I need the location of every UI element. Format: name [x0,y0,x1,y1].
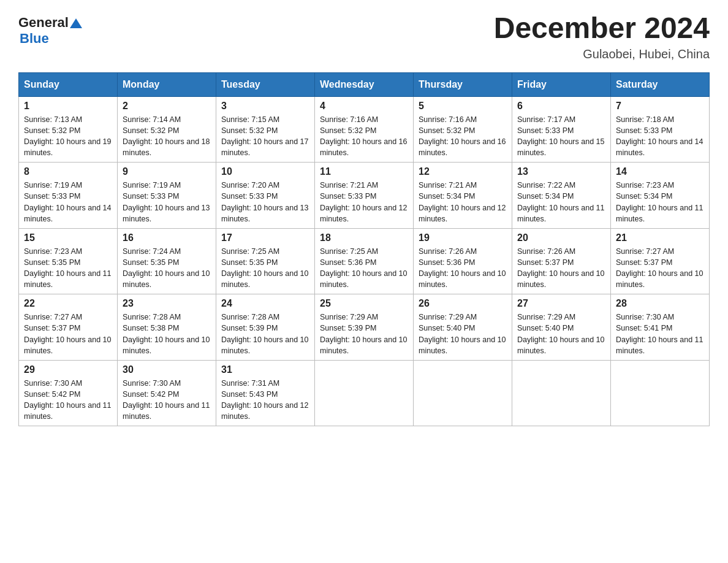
week-row-4: 22Sunrise: 7:27 AMSunset: 5:37 PMDayligh… [19,294,710,361]
day-number: 13 [517,166,605,177]
day-number: 6 [517,101,605,112]
location: Gulaobei, Hubei, China [494,47,710,61]
header-friday: Friday [512,72,611,96]
calendar-cell [512,360,611,426]
day-number: 14 [616,166,704,177]
day-info: Sunrise: 7:27 AMSunset: 5:37 PMDaylight:… [24,312,112,356]
day-number: 27 [517,298,605,309]
logo-blue: Blue [20,31,49,47]
day-info: Sunrise: 7:25 AMSunset: 5:35 PMDaylight:… [221,246,309,291]
day-number: 5 [419,101,507,112]
day-info: Sunrise: 7:28 AMSunset: 5:39 PMDaylight:… [221,312,309,356]
week-row-3: 15Sunrise: 7:23 AMSunset: 5:35 PMDayligh… [19,228,710,294]
day-info: Sunrise: 7:25 AMSunset: 5:36 PMDaylight:… [320,246,408,291]
calendar-cell: 15Sunrise: 7:23 AMSunset: 5:35 PMDayligh… [19,228,118,294]
calendar-cell: 26Sunrise: 7:29 AMSunset: 5:40 PMDayligh… [414,294,512,361]
day-info: Sunrise: 7:21 AMSunset: 5:33 PMDaylight:… [320,180,408,224]
day-info: Sunrise: 7:20 AMSunset: 5:33 PMDaylight:… [221,180,309,224]
day-info: Sunrise: 7:13 AMSunset: 5:32 PMDaylight:… [24,114,112,159]
day-number: 7 [616,101,704,112]
day-number: 8 [24,166,112,177]
month-title: December 2024 [494,12,710,45]
calendar-cell: 17Sunrise: 7:25 AMSunset: 5:35 PMDayligh… [216,228,315,294]
calendar-cell [414,360,512,426]
calendar-cell: 8Sunrise: 7:19 AMSunset: 5:33 PMDaylight… [19,163,118,229]
day-info: Sunrise: 7:27 AMSunset: 5:37 PMDaylight:… [616,246,704,291]
day-number: 12 [419,166,507,177]
day-info: Sunrise: 7:14 AMSunset: 5:32 PMDaylight:… [123,114,211,159]
calendar-cell: 19Sunrise: 7:26 AMSunset: 5:36 PMDayligh… [414,228,512,294]
day-info: Sunrise: 7:31 AMSunset: 5:43 PMDaylight:… [221,378,309,423]
day-number: 28 [616,298,704,309]
calendar-cell: 2Sunrise: 7:14 AMSunset: 5:32 PMDaylight… [118,96,216,163]
calendar-cell: 9Sunrise: 7:19 AMSunset: 5:33 PMDaylight… [118,163,216,229]
calendar-cell: 1Sunrise: 7:13 AMSunset: 5:32 PMDaylight… [19,96,118,163]
header-monday: Monday [118,72,216,96]
day-number: 19 [419,232,507,243]
day-number: 20 [517,232,605,243]
day-info: Sunrise: 7:30 AMSunset: 5:42 PMDaylight:… [123,378,211,423]
title-block: December 2024 Gulaobei, Hubei, China [494,12,710,61]
calendar-cell: 16Sunrise: 7:24 AMSunset: 5:35 PMDayligh… [118,228,216,294]
day-number: 30 [123,364,211,375]
calendar-cell: 20Sunrise: 7:26 AMSunset: 5:37 PMDayligh… [512,228,611,294]
header-sunday: Sunday [19,72,118,96]
logo: General Blue [18,16,83,47]
day-number: 16 [123,232,211,243]
calendar-cell: 4Sunrise: 7:16 AMSunset: 5:32 PMDaylight… [315,96,414,163]
day-number: 24 [221,298,309,309]
calendar-cell: 24Sunrise: 7:28 AMSunset: 5:39 PMDayligh… [216,294,315,361]
day-info: Sunrise: 7:26 AMSunset: 5:37 PMDaylight:… [517,246,605,291]
calendar-cell: 29Sunrise: 7:30 AMSunset: 5:42 PMDayligh… [19,360,118,426]
day-number: 18 [320,232,408,243]
calendar-cell: 23Sunrise: 7:28 AMSunset: 5:38 PMDayligh… [118,294,216,361]
calendar-cell: 31Sunrise: 7:31 AMSunset: 5:43 PMDayligh… [216,360,315,426]
day-info: Sunrise: 7:17 AMSunset: 5:33 PMDaylight:… [517,114,605,159]
day-info: Sunrise: 7:16 AMSunset: 5:32 PMDaylight:… [419,114,507,159]
calendar-cell [611,360,710,426]
day-info: Sunrise: 7:29 AMSunset: 5:40 PMDaylight:… [517,312,605,356]
calendar-cell: 25Sunrise: 7:29 AMSunset: 5:39 PMDayligh… [315,294,414,361]
day-info: Sunrise: 7:26 AMSunset: 5:36 PMDaylight:… [419,246,507,291]
header-tuesday: Tuesday [216,72,315,96]
header-row: SundayMondayTuesdayWednesdayThursdayFrid… [19,72,710,96]
calendar-cell: 28Sunrise: 7:30 AMSunset: 5:41 PMDayligh… [611,294,710,361]
calendar-cell: 30Sunrise: 7:30 AMSunset: 5:42 PMDayligh… [118,360,216,426]
day-number: 10 [221,166,309,177]
day-number: 15 [24,232,112,243]
header-thursday: Thursday [414,72,512,96]
calendar-cell: 7Sunrise: 7:18 AMSunset: 5:33 PMDaylight… [611,96,710,163]
day-number: 26 [419,298,507,309]
day-info: Sunrise: 7:18 AMSunset: 5:33 PMDaylight:… [616,114,704,159]
calendar-cell: 13Sunrise: 7:22 AMSunset: 5:34 PMDayligh… [512,163,611,229]
calendar-cell: 3Sunrise: 7:15 AMSunset: 5:32 PMDaylight… [216,96,315,163]
page-header: General Blue December 2024 Gulaobei, Hub… [18,12,710,61]
day-info: Sunrise: 7:19 AMSunset: 5:33 PMDaylight:… [24,180,112,224]
day-number: 23 [123,298,211,309]
calendar-cell: 18Sunrise: 7:25 AMSunset: 5:36 PMDayligh… [315,228,414,294]
week-row-5: 29Sunrise: 7:30 AMSunset: 5:42 PMDayligh… [19,360,710,426]
day-info: Sunrise: 7:28 AMSunset: 5:38 PMDaylight:… [123,312,211,356]
day-info: Sunrise: 7:23 AMSunset: 5:35 PMDaylight:… [24,246,112,291]
calendar-cell: 10Sunrise: 7:20 AMSunset: 5:33 PMDayligh… [216,163,315,229]
day-number: 9 [123,166,211,177]
calendar-cell: 14Sunrise: 7:23 AMSunset: 5:34 PMDayligh… [611,163,710,229]
day-info: Sunrise: 7:24 AMSunset: 5:35 PMDaylight:… [123,246,211,291]
day-info: Sunrise: 7:29 AMSunset: 5:40 PMDaylight:… [419,312,507,356]
day-number: 1 [24,101,112,112]
header-wednesday: Wednesday [315,72,414,96]
day-info: Sunrise: 7:21 AMSunset: 5:34 PMDaylight:… [419,180,507,224]
calendar-cell: 11Sunrise: 7:21 AMSunset: 5:33 PMDayligh… [315,163,414,229]
calendar-cell: 21Sunrise: 7:27 AMSunset: 5:37 PMDayligh… [611,228,710,294]
calendar-cell: 12Sunrise: 7:21 AMSunset: 5:34 PMDayligh… [414,163,512,229]
week-row-2: 8Sunrise: 7:19 AMSunset: 5:33 PMDaylight… [19,163,710,229]
calendar-cell: 27Sunrise: 7:29 AMSunset: 5:40 PMDayligh… [512,294,611,361]
calendar-cell: 6Sunrise: 7:17 AMSunset: 5:33 PMDaylight… [512,96,611,163]
day-number: 4 [320,101,408,112]
day-number: 3 [221,101,309,112]
day-info: Sunrise: 7:30 AMSunset: 5:41 PMDaylight:… [616,312,704,356]
day-number: 11 [320,166,408,177]
day-info: Sunrise: 7:23 AMSunset: 5:34 PMDaylight:… [616,180,704,224]
day-info: Sunrise: 7:22 AMSunset: 5:34 PMDaylight:… [517,180,605,224]
calendar-cell: 22Sunrise: 7:27 AMSunset: 5:37 PMDayligh… [19,294,118,361]
